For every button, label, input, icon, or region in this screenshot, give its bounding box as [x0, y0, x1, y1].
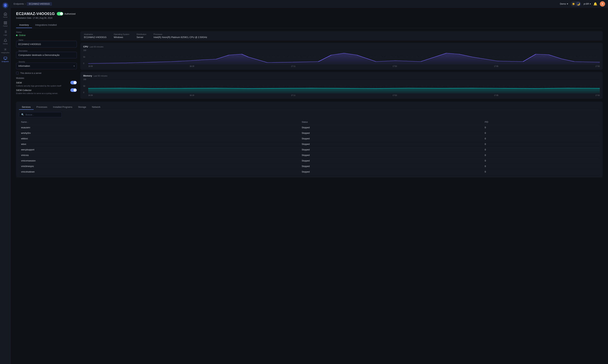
tab-inventory[interactable]: Inventory: [16, 22, 32, 28]
table-row: vmicvmsession Stopped 0: [19, 158, 600, 164]
cell-name: wuauserv: [19, 125, 299, 130]
cell-status: Stopped: [299, 125, 483, 130]
sidebar-item-alertas[interactable]: Alertas: [0, 37, 11, 46]
two-col-layout: Status Online Name Description: [16, 31, 603, 99]
cpu-x-labels: 16:09 16:19 17:11 17:53 17:05 17:55: [88, 65, 600, 67]
language-selector[interactable]: pt-BR ▾: [583, 3, 591, 5]
table-row: vmicshutdown Stopped 0: [19, 169, 600, 175]
cell-status: Stopped: [299, 153, 483, 158]
breadcrumb-current: EC2AMAZ-V4OO01G: [27, 2, 52, 6]
authorized-toggle[interactable]: [57, 12, 63, 15]
cell-status: Stopped: [299, 136, 483, 142]
bottom-section: Services Processes Installed Programs St…: [16, 102, 603, 178]
device-info-row: Hostname EC2AMAZ-V4OO01G Operating Syste…: [80, 31, 603, 41]
status-value: Online: [16, 34, 77, 37]
table-row: wisvc Stopped 0: [19, 142, 600, 147]
module-siem-collector-row: SIEM Collector: [16, 88, 77, 92]
main-area: Endpoints › EC2AMAZ-V4OO01G Demo ▾ ☀️ 🌙 …: [11, 0, 608, 364]
sidebar-item-integracoes-label: Integrações: [1, 52, 10, 54]
cell-status: Stopped: [299, 142, 483, 147]
modules-section: Modules SIEM Collects security logs gene…: [16, 77, 77, 94]
sidebar-item-endpoints[interactable]: Endpoints: [0, 55, 11, 64]
tab-installed-programs[interactable]: Installed Programs: [50, 104, 75, 110]
tab-processes[interactable]: Processes: [34, 104, 50, 110]
svg-marker-23: [88, 88, 600, 93]
module-siem-row: SIEM: [16, 81, 77, 84]
description-field: Description: [16, 50, 77, 58]
chevron-down-icon: ▾: [590, 3, 591, 5]
demo-dropdown[interactable]: Demo ▾: [560, 2, 568, 5]
module-siem-desc: Collects security logs generated by the …: [16, 85, 77, 87]
cell-status: Stopped: [299, 169, 483, 175]
table-row: vmicvss Stopped 0: [19, 153, 600, 158]
breadcrumb: Endpoints › EC2AMAZ-V4OO01G: [14, 2, 52, 6]
name-input[interactable]: [16, 41, 77, 48]
cpu-y-0: 0: [83, 63, 88, 65]
memory-chart-subtitle: Last 60 minutes: [94, 75, 108, 77]
svg-point-12: [5, 49, 6, 50]
tab-services[interactable]: Services: [19, 104, 34, 110]
cell-status: Stopped: [299, 164, 483, 169]
name-field: Name: [16, 39, 77, 48]
table-header: Name ↓ Status PID: [19, 119, 600, 125]
severity-select[interactable]: Information Low Medium High Critical: [16, 63, 77, 69]
sidebar-item-home[interactable]: Home: [0, 11, 11, 20]
notifications-button[interactable]: 🔔: [593, 2, 597, 6]
info-processor: Processor Intel(R) Xeon(R) Platinum 8259…: [154, 33, 207, 39]
status-section: Status Online: [16, 31, 77, 37]
cpu-y-labels: 100 50 0: [83, 50, 88, 65]
install-date-value: 17:46 | Aug 08, 2024: [33, 17, 53, 19]
tab-network[interactable]: Network: [89, 104, 103, 110]
memory-chart-header: Memory Last 60 minutes: [83, 74, 600, 77]
sidebar-item-alertas-label: Alertas: [3, 43, 8, 45]
tab-storage[interactable]: Storage: [75, 104, 89, 110]
light-theme-button[interactable]: ☀️: [571, 2, 576, 6]
svg-marker-19: [88, 53, 600, 65]
server-checkbox[interactable]: [16, 72, 19, 74]
logo: [2, 2, 9, 9]
module-siem-collector-toggle[interactable]: [70, 88, 77, 92]
col-pid: PID: [483, 119, 600, 125]
server-checkbox-label: This device is a server: [20, 72, 41, 74]
cell-pid: 0: [483, 164, 600, 169]
topbar-right: Demo ▾ ☀️ 🌙 pt-BR ▾ 🔔 S: [560, 1, 605, 7]
cell-pid: 0: [483, 169, 600, 175]
mem-y-0: 0: [83, 91, 88, 93]
left-panel: Status Online Name Description: [16, 31, 77, 99]
info-hostname: Hostname EC2AMAZ-V4OO01G: [84, 33, 107, 39]
dark-theme-button[interactable]: 🌙: [576, 2, 581, 6]
cpu-chart-subtitle: Last 60 minutes: [90, 46, 103, 48]
table-row: vmictimesync Stopped 0: [19, 164, 600, 169]
table-header-row: Name ↓ Status PID: [19, 119, 600, 125]
cell-pid: 0: [483, 125, 600, 130]
cpu-chart-area: 100 50 0: [83, 50, 600, 67]
module-siem: SIEM Collects security logs generated by…: [16, 81, 77, 87]
col-name: Name ↓: [19, 119, 299, 125]
modules-title: Modules: [16, 77, 77, 79]
sidebar-item-integracoes[interactable]: Integrações: [0, 46, 11, 55]
distribution-value: Server: [136, 36, 146, 39]
search-bar: 🔍: [19, 112, 62, 117]
module-siem-collector: SIEM Collector Enable this collector to …: [16, 88, 77, 94]
authorized-label: Authorized: [64, 13, 75, 15]
cell-pid: 0: [483, 147, 600, 153]
svg-rect-13: [4, 57, 7, 59]
module-siem-toggle[interactable]: [70, 81, 77, 84]
breadcrumb-root[interactable]: Endpoints: [14, 2, 24, 5]
table-row: wlidsvc Stopped 0: [19, 136, 600, 142]
sidebar-item-painel[interactable]: Painel: [0, 20, 11, 28]
sidebar-item-painel-label: Painel: [3, 25, 8, 27]
info-distribution: Distribution Server: [136, 33, 146, 39]
cell-name: wercplsupport: [19, 147, 299, 153]
avatar[interactable]: S: [600, 1, 605, 7]
cell-pid: 0: [483, 136, 600, 142]
sort-icon[interactable]: ↓: [27, 121, 28, 123]
cpu-chart-header: CPU Last 60 minutes: [83, 45, 600, 48]
sidebar-item-logs[interactable]: Logs: [0, 28, 11, 38]
tab-integrations[interactable]: Integrations Installed: [32, 22, 60, 28]
description-input[interactable]: [16, 52, 77, 58]
module-siem-name: SIEM: [16, 81, 22, 84]
topbar: Endpoints › EC2AMAZ-V4OO01G Demo ▾ ☀️ 🌙 …: [11, 0, 608, 8]
cell-status: Stopped: [299, 158, 483, 164]
search-input[interactable]: [26, 114, 59, 116]
